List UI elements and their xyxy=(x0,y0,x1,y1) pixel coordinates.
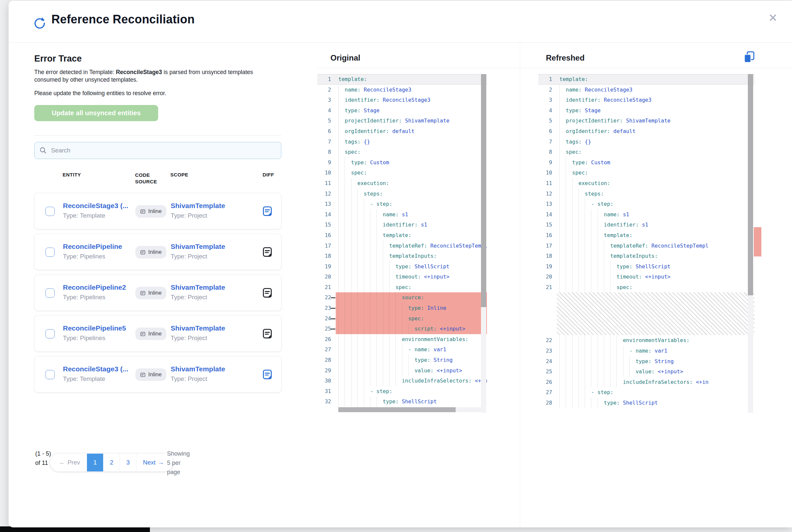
indent-guide xyxy=(559,189,560,199)
indent-guide xyxy=(578,282,579,293)
indent-guide xyxy=(370,376,370,386)
update-all-unsynced-button[interactable]: Update all unsynced entities xyxy=(34,105,158,121)
indent-guide xyxy=(566,157,566,168)
copy-icon[interactable] xyxy=(742,51,756,64)
search-box xyxy=(34,142,281,159)
search-icon xyxy=(39,147,47,154)
indent-guide xyxy=(597,220,598,230)
close-icon[interactable]: ✕ xyxy=(764,9,781,26)
original-horizontal-scrollbar[interactable] xyxy=(338,407,482,412)
line-content: type: Inline xyxy=(336,303,487,314)
refreshed-code-line: 6 orgIdentifier: default xyxy=(538,126,754,137)
indent-guide xyxy=(578,387,579,398)
line-content: timeout: <+input> xyxy=(557,271,754,282)
indent-guide xyxy=(370,365,370,376)
original-code-line: 27 - name: var1 xyxy=(317,344,487,355)
refreshed-code-line: 3 identifier: ReconcileStage3 xyxy=(538,95,754,105)
line-content: - step: xyxy=(336,386,487,397)
original-code-line: 20 timeout: <+input> xyxy=(317,271,487,282)
prev-page-button[interactable]: ←Prev xyxy=(50,454,87,471)
row-checkbox[interactable] xyxy=(45,329,55,338)
indent-guide xyxy=(604,261,604,272)
line-number: 15 xyxy=(538,220,557,230)
scope-link[interactable]: ShivamTemplate xyxy=(171,283,253,291)
entity-link[interactable]: ReconcileStage3 (... xyxy=(63,365,133,373)
entity-link[interactable]: ReconcilePipeline2 xyxy=(63,283,133,291)
code-source-badge: Inline xyxy=(135,368,166,381)
indent-guide xyxy=(597,356,598,367)
entity-link[interactable]: ReconcilePipeline xyxy=(63,243,133,250)
indent-guide xyxy=(604,282,604,293)
template-name-bold: ReconcileStage3 xyxy=(116,69,162,75)
row-checkbox[interactable] xyxy=(45,370,55,379)
indent-guide xyxy=(338,251,339,261)
indent-guide xyxy=(345,282,345,293)
indent-guide xyxy=(338,314,339,324)
line-content: spec: xyxy=(336,282,487,293)
row-checkbox[interactable] xyxy=(45,207,55,216)
diff-file-icon[interactable] xyxy=(262,328,273,339)
row-checkbox[interactable] xyxy=(45,248,55,257)
line-number: 30 xyxy=(317,376,336,386)
indent-guide xyxy=(345,396,345,407)
page-button-1[interactable]: 1 xyxy=(87,454,104,471)
scope-link[interactable]: ShivamTemplate xyxy=(171,243,253,250)
scope-link[interactable]: ShivamTemplate xyxy=(171,202,253,210)
indent-guide xyxy=(357,261,358,272)
line-number: 26 xyxy=(538,377,557,387)
indent-guide xyxy=(591,282,591,293)
line-number: 12 xyxy=(538,189,557,199)
indent-guide xyxy=(338,178,339,189)
row-checkbox[interactable] xyxy=(45,288,55,298)
indent-guide xyxy=(591,346,591,356)
indent-guide xyxy=(597,398,598,408)
refreshed-code-editor: 1template:2 name: ReconcileStage33 ident… xyxy=(538,74,754,408)
line-content: - step: xyxy=(557,199,754,209)
line-content: type: ShellScript xyxy=(336,261,487,272)
line-number: 15 xyxy=(317,220,336,230)
scope-link[interactable]: ShivamTemplate xyxy=(171,324,253,332)
indent-guide xyxy=(376,209,377,220)
indent-guide xyxy=(566,189,566,199)
original-code-line: 5 projectIdentifier: ShivamTemplate xyxy=(317,116,487,126)
indent-guide xyxy=(591,209,591,220)
indent-guide xyxy=(376,355,377,365)
page-button-2[interactable]: 2 xyxy=(104,454,120,471)
entity-link[interactable]: ReconcilePipeline5 xyxy=(63,324,133,332)
indent-guide xyxy=(376,365,377,376)
diff-file-icon[interactable] xyxy=(262,287,273,299)
diff-file-icon[interactable] xyxy=(262,206,273,217)
diff-file-icon[interactable] xyxy=(262,247,273,258)
line-content: templateInputs: xyxy=(336,251,487,261)
entity-link[interactable]: ReconcileStage3 (... xyxy=(63,202,133,210)
refreshed-vertical-scrollbar[interactable] xyxy=(748,74,753,413)
line-number: 4 xyxy=(317,105,336,116)
original-vertical-scrollbar[interactable] xyxy=(481,74,486,413)
indent-guide xyxy=(559,209,560,220)
indent-guide xyxy=(357,314,358,324)
diff-file-icon[interactable] xyxy=(262,369,273,380)
indent-guide xyxy=(376,282,377,293)
refreshed-code-line: 13 - step: xyxy=(538,199,754,209)
entity-row: ReconcilePipelineType: PipelinesInlineSh… xyxy=(34,234,281,270)
original-code-line: 17 templateRef: ReconcileStepTempl xyxy=(317,241,487,251)
refreshed-code-line: 26 includeInfraSelectors: <+in xyxy=(538,377,754,387)
page-button-3[interactable]: 3 xyxy=(120,454,136,471)
indent-guide xyxy=(616,356,617,367)
code-source-badge: Inline xyxy=(135,246,166,259)
refreshed-code-line: 28 type: ShellScript xyxy=(538,398,754,408)
search-input[interactable] xyxy=(51,147,276,154)
error-trace-heading: Error Trace xyxy=(34,54,82,64)
line-number: 7 xyxy=(538,137,557,147)
indent-guide xyxy=(345,209,345,220)
scope-link[interactable]: ShivamTemplate xyxy=(171,365,253,373)
pagination-showing: Showing 5 per page xyxy=(167,449,194,477)
indent-guide xyxy=(578,241,579,251)
line-number: 13 xyxy=(538,199,557,209)
original-code-line: 29 value: <+input> xyxy=(317,365,487,376)
indent-guide xyxy=(395,376,396,386)
inline-store-icon xyxy=(140,209,146,214)
indent-guide xyxy=(357,230,358,241)
indent-guide xyxy=(364,261,364,272)
indent-guide xyxy=(370,209,370,220)
